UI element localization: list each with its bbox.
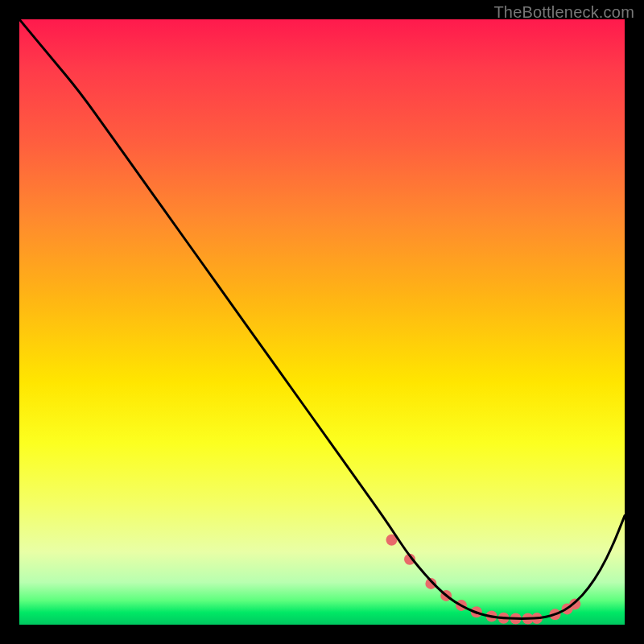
chart-svg — [19, 19, 625, 625]
marker-dots — [386, 535, 581, 625]
watermark-text: TheBottleneck.com — [493, 3, 634, 22]
plot-area — [19, 19, 625, 625]
curve-line — [19, 19, 625, 619]
chart-frame: TheBottleneck.com — [0, 0, 644, 644]
